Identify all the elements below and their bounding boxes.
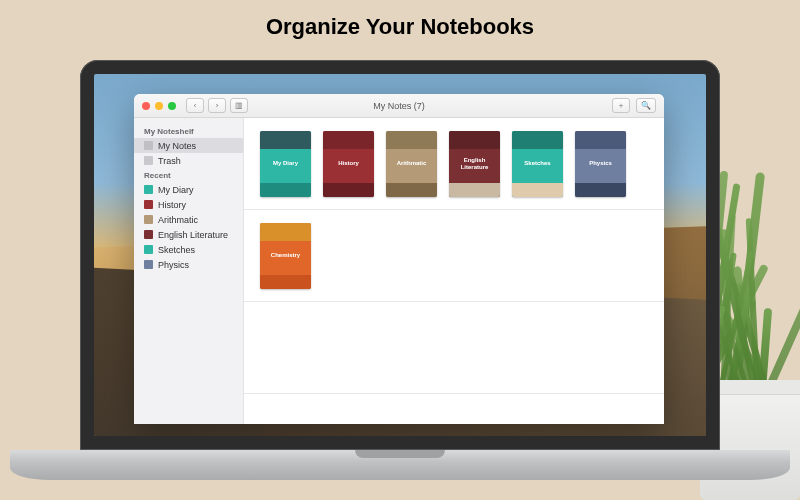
sidebar-section-header: My Noteshelf bbox=[134, 124, 243, 138]
notebook-chemistry[interactable]: Chemistry bbox=[260, 223, 311, 289]
sidebar-item-sketches[interactable]: Sketches bbox=[134, 242, 243, 257]
window-titlebar[interactable]: ‹ › ▥ My Notes (7) ＋ 🔍 bbox=[134, 94, 664, 118]
sidebar-item-label: Sketches bbox=[158, 245, 195, 255]
notebook-my-diary[interactable]: My Diary bbox=[260, 131, 311, 197]
notebook-swatch-icon bbox=[144, 230, 153, 239]
sidebar-item-label: Physics bbox=[158, 260, 189, 270]
laptop-base bbox=[10, 450, 790, 480]
promo-title: Organize Your Notebooks bbox=[0, 14, 800, 40]
notebook-label: History bbox=[335, 160, 362, 167]
back-button[interactable]: ‹ bbox=[186, 98, 204, 113]
notebook-history[interactable]: History bbox=[323, 131, 374, 197]
sidebar-item-english-literature[interactable]: English Literature bbox=[134, 227, 243, 242]
sidebar-item-physics[interactable]: Physics bbox=[134, 257, 243, 272]
sidebar-item-label: History bbox=[158, 200, 186, 210]
notebook-swatch-icon bbox=[144, 215, 153, 224]
notebook-physics[interactable]: Physics bbox=[575, 131, 626, 197]
sidebar: My NoteshelfMy NotesTrashRecentMy DiaryH… bbox=[134, 118, 244, 424]
notebook-label: English Literature bbox=[449, 157, 500, 170]
desktop-wallpaper: ‹ › ▥ My Notes (7) ＋ 🔍 My NoteshelfMy No… bbox=[94, 74, 706, 436]
sidebar-toggle-button[interactable]: ▥ bbox=[230, 98, 248, 113]
shelf-row bbox=[244, 394, 664, 424]
zoom-icon[interactable] bbox=[168, 102, 176, 110]
sidebar-item-label: English Literature bbox=[158, 230, 228, 240]
notebook-label: Sketches bbox=[521, 160, 553, 167]
sidebar-item-label: My Diary bbox=[158, 185, 194, 195]
notebook-swatch-icon bbox=[144, 260, 153, 269]
sidebar-item-label: Trash bbox=[158, 156, 181, 166]
notebook-label: My Diary bbox=[270, 160, 301, 167]
sidebar-item-trash[interactable]: Trash bbox=[134, 153, 243, 168]
sidebar-item-arithmatic[interactable]: Arithmatic bbox=[134, 212, 243, 227]
shelf-row bbox=[244, 302, 664, 394]
search-button[interactable]: 🔍 bbox=[636, 98, 656, 113]
add-button[interactable]: ＋ bbox=[612, 98, 630, 113]
notebook-swatch-icon bbox=[144, 200, 153, 209]
sidebar-item-label: My Notes bbox=[158, 141, 196, 151]
close-icon[interactable] bbox=[142, 102, 150, 110]
notebook-label: Chemistry bbox=[268, 252, 303, 259]
laptop-frame: ‹ › ▥ My Notes (7) ＋ 🔍 My NoteshelfMy No… bbox=[80, 60, 720, 480]
notebook-label: Physics bbox=[586, 160, 615, 167]
sidebar-item-my-diary[interactable]: My Diary bbox=[134, 182, 243, 197]
trash-icon bbox=[144, 156, 153, 165]
minimize-icon[interactable] bbox=[155, 102, 163, 110]
shelf-row: Chemistry bbox=[244, 210, 664, 302]
notebook-sketches[interactable]: Sketches bbox=[512, 131, 563, 197]
notebook-grid: My DiaryHistoryArithmaticEnglish Literat… bbox=[244, 118, 664, 424]
sidebar-item-my-notes[interactable]: My Notes bbox=[134, 138, 243, 153]
notebook-arithmatic[interactable]: Arithmatic bbox=[386, 131, 437, 197]
folder-icon bbox=[144, 141, 153, 150]
sidebar-item-history[interactable]: History bbox=[134, 197, 243, 212]
notebook-label: Arithmatic bbox=[394, 160, 430, 167]
sidebar-section-header: Recent bbox=[134, 168, 243, 182]
notebook-swatch-icon bbox=[144, 185, 153, 194]
shelf-row: My DiaryHistoryArithmaticEnglish Literat… bbox=[244, 118, 664, 210]
notebook-swatch-icon bbox=[144, 245, 153, 254]
notebook-english-literature[interactable]: English Literature bbox=[449, 131, 500, 197]
app-window: ‹ › ▥ My Notes (7) ＋ 🔍 My NoteshelfMy No… bbox=[134, 94, 664, 424]
sidebar-item-label: Arithmatic bbox=[158, 215, 198, 225]
forward-button[interactable]: › bbox=[208, 98, 226, 113]
